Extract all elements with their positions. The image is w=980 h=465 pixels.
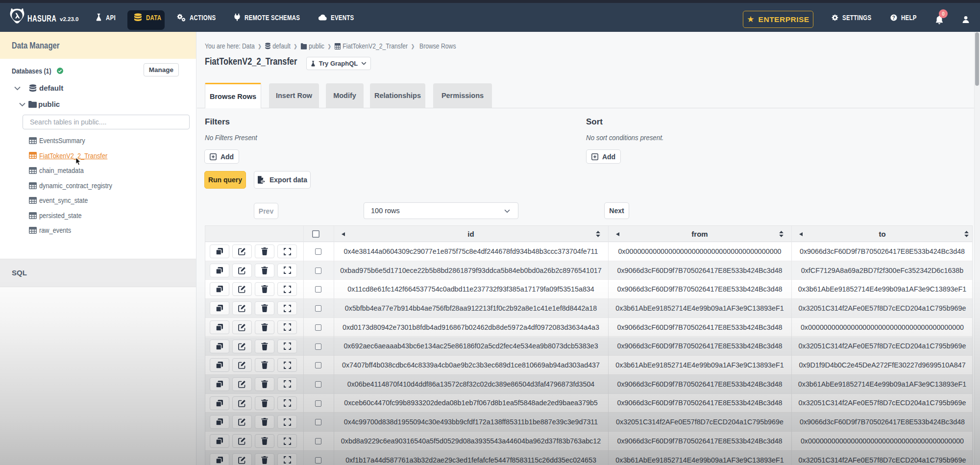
svg-text:?: ?: [892, 15, 895, 20]
